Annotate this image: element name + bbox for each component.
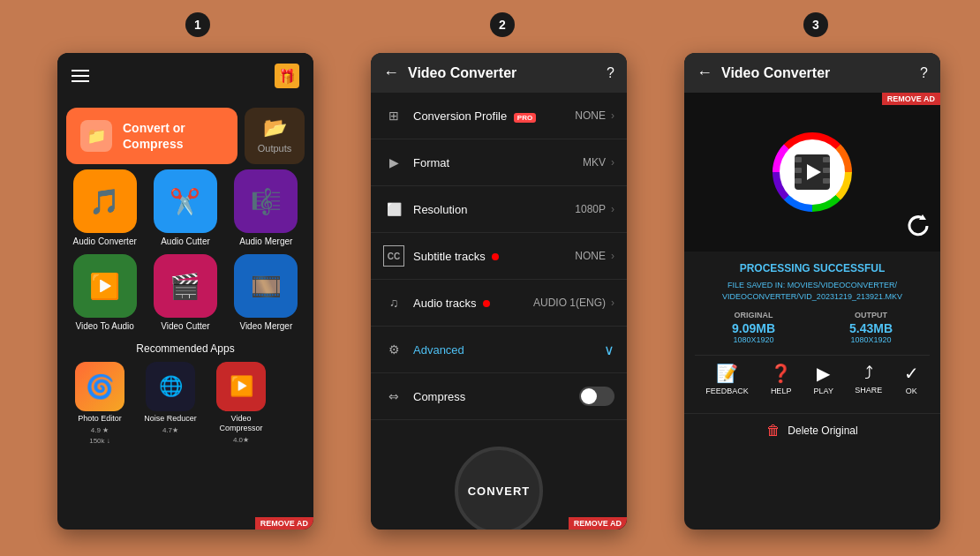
step-number-1: 1: [185, 12, 210, 37]
feedback-icon: 📝: [716, 363, 738, 384]
format-icon: ▶: [383, 152, 404, 173]
stats-row: ORIGINAL 9.09MB 1080X1920 OUTPUT 5.43MB …: [695, 311, 930, 344]
screen-2: ← Video Converter ? ⊞ Conversion Profile…: [371, 53, 627, 530]
noise-reducer-icon: 🌐: [146, 362, 195, 411]
app-audio-cutter[interactable]: ✂️ Audio Cutter: [148, 169, 222, 247]
ok-icon: ✓: [904, 363, 919, 384]
ok-button[interactable]: ✓ OK: [904, 363, 919, 395]
refresh-arrow: [905, 213, 931, 243]
help-icon-screen2[interactable]: ?: [607, 65, 614, 81]
advanced-icon: ⚙: [383, 339, 404, 360]
conversion-profile-icon: ⊞: [383, 105, 404, 126]
screen2-title: Video Converter: [408, 65, 598, 81]
back-button-screen3[interactable]: ←: [697, 64, 712, 82]
video-merger-icon: 🎞️: [234, 254, 298, 318]
hamburger-menu[interactable]: [72, 70, 89, 82]
audio-tracks-item[interactable]: ♫ Audio tracks AUDIO 1(ENG) ›: [371, 280, 627, 327]
rec-noise-reducer[interactable]: 🌐 Noise Reducer 4.7★: [139, 362, 202, 445]
video-merger-label: Video Merger: [239, 321, 292, 332]
subtitle-dot: [492, 253, 499, 260]
action-buttons-row: 📝 FEEDBACK ❓ HELP ▶ PLAY ⤴ SHARE ✓ OK: [695, 355, 930, 402]
recommended-title: Recommended Apps: [68, 342, 303, 355]
delete-original-button[interactable]: 🗑 Delete Original: [684, 413, 940, 447]
compress-label: Compress: [413, 390, 579, 403]
convert-compress-button[interactable]: 📁 Convert or Compress: [66, 108, 237, 164]
video-to-audio-icon: ▶️: [73, 254, 137, 318]
video-to-audio-label: Video To Audio: [75, 321, 133, 332]
photo-editor-icon: 🌀: [75, 362, 124, 411]
svg-rect-2: [823, 157, 830, 162]
screen-1: 🎁 📁 Convert or Compress 📂 Outputs 🎵 Audi…: [57, 53, 313, 530]
remove-ad-badge-screen1[interactable]: REMOVE AD: [255, 517, 313, 530]
resolution-chevron: ›: [611, 203, 614, 215]
step-number-3: 3: [803, 12, 828, 37]
advanced-label: Advanced: [413, 343, 604, 357]
pro-badge: PRO: [514, 113, 536, 123]
video-cutter-label: Video Cutter: [161, 321, 209, 332]
convert-compress-label: Convert or Compress: [123, 120, 185, 152]
compress-toggle[interactable]: [579, 387, 614, 406]
play-button[interactable]: ▶ PLAY: [814, 363, 833, 395]
app-video-to-audio[interactable]: ▶️ Video To Audio: [68, 254, 141, 332]
format-chevron: ›: [611, 156, 614, 169]
subtitle-icon: CC: [383, 245, 404, 267]
subtitle-label: Subtitle tracks: [413, 250, 575, 263]
outputs-icon: 📂: [263, 116, 287, 139]
app-audio-merger[interactable]: 🎼 Audio Merger: [230, 169, 303, 247]
audio-chevron: ›: [611, 297, 614, 309]
subtitle-chevron: ›: [611, 250, 614, 262]
screen3-title: Video Converter: [721, 65, 911, 81]
remove-ad-badge-screen2[interactable]: REMOVE AD: [569, 517, 627, 530]
compress-icon: ⇔: [383, 386, 404, 407]
delete-icon: 🗑: [766, 423, 780, 439]
gift-icon[interactable]: 🎁: [275, 64, 299, 88]
svg-rect-6: [823, 178, 830, 184]
rec-photo-editor[interactable]: 🌀 Photo Editor 4.9 ★ 150k ↓: [68, 362, 132, 445]
help-icon: ❓: [770, 363, 792, 384]
advanced-item[interactable]: ⚙ Advanced ∨: [371, 327, 627, 373]
original-stat: ORIGINAL 9.09MB 1080X1920: [732, 311, 775, 344]
conversion-profile-label: Conversion Profile PRO: [413, 109, 575, 123]
screen3-header: ← Video Converter ?: [684, 53, 940, 93]
svg-rect-3: [795, 168, 802, 173]
audio-tracks-value: AUDIO 1(ENG): [533, 297, 606, 309]
app-video-cutter[interactable]: 🎬 Video Cutter: [148, 254, 222, 332]
rec-video-compressor[interactable]: ▶️ Video Compressor 4.0★: [209, 362, 273, 445]
convert-compress-icon: 📁: [80, 120, 112, 152]
resolution-label: Resolution: [413, 203, 575, 216]
result-section: PROCESSING SUCCESSFUL FILE SAVED IN: MOV…: [684, 252, 940, 413]
resolution-item[interactable]: ⬜ Resolution 1080P ›: [371, 186, 627, 233]
format-item[interactable]: ▶ Format MKV ›: [371, 139, 627, 186]
audio-dot: [483, 300, 490, 307]
share-button[interactable]: ⤴ SHARE: [855, 363, 882, 395]
video-play-icon: [773, 132, 852, 212]
convert-button[interactable]: CONVERT: [455, 447, 543, 530]
play-icon: ▶: [817, 363, 830, 384]
help-button[interactable]: ❓ HELP: [770, 363, 792, 395]
svg-rect-1: [795, 157, 802, 162]
back-button-screen2[interactable]: ←: [383, 64, 399, 82]
output-stat: OUTPUT 5.43MB 1080X1920: [849, 311, 893, 344]
step-number-2: 2: [490, 12, 515, 37]
resolution-icon: ⬜: [383, 199, 404, 220]
app-audio-converter[interactable]: 🎵 Audio Converter: [68, 169, 141, 247]
outputs-label: Outputs: [258, 143, 292, 154]
conversion-profile-item[interactable]: ⊞ Conversion Profile PRO NONE ›: [371, 93, 627, 139]
outputs-button[interactable]: 📂 Outputs: [245, 108, 305, 164]
conversion-profile-value: NONE: [575, 109, 606, 122]
advanced-chevron: ∨: [604, 342, 614, 358]
screen2-header: ← Video Converter ?: [371, 53, 627, 93]
screen-3: ← Video Converter ?: [684, 53, 940, 530]
chevron-icon: ›: [611, 109, 614, 122]
format-value: MKV: [583, 156, 606, 169]
audio-converter-label: Audio Converter: [73, 237, 137, 247]
feedback-button[interactable]: 📝 FEEDBACK: [705, 363, 749, 395]
video-preview: REMOVE AD: [684, 93, 940, 252]
audio-tracks-label: Audio tracks: [413, 297, 533, 310]
resolution-value: 1080P: [575, 203, 606, 215]
help-icon-screen3[interactable]: ?: [920, 65, 928, 81]
remove-ad-badge-screen3[interactable]: REMOVE AD: [882, 93, 940, 105]
app-video-merger[interactable]: 🎞️ Video Merger: [230, 254, 303, 332]
audio-cutter-icon: ✂️: [154, 169, 217, 233]
subtitle-tracks-item[interactable]: CC Subtitle tracks NONE ›: [371, 233, 627, 280]
